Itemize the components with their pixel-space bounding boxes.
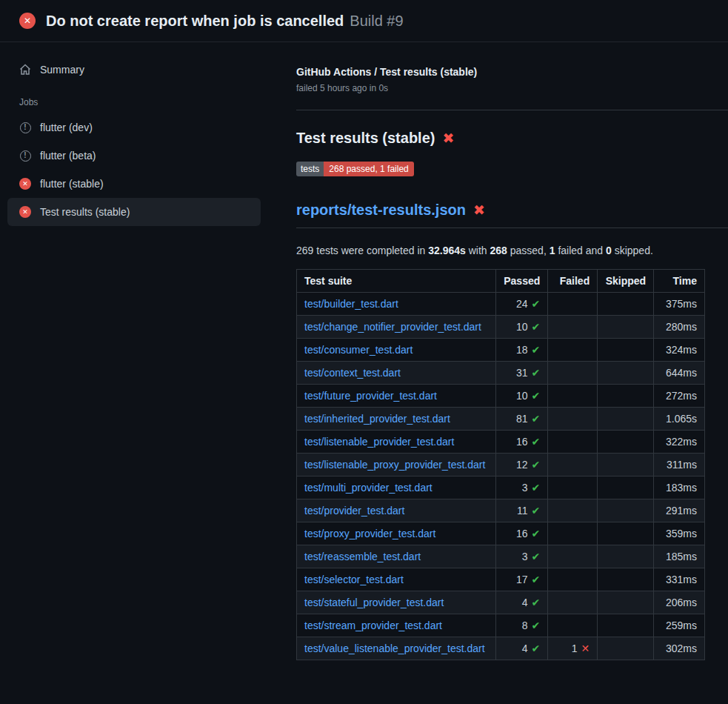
summary-failed-count: 1 [550, 245, 555, 256]
passed-cell: 81✔ [496, 408, 548, 431]
time-value: 280ms [666, 321, 697, 333]
sidebar-item-label: flutter (stable) [40, 178, 104, 190]
passed-value: 4 [522, 642, 528, 654]
time-cell: 272ms [654, 385, 705, 408]
suite-link[interactable]: test/builder_test.dart [304, 298, 398, 310]
col-header-skipped: Skipped [598, 270, 654, 293]
summary-duration: 32.964s [428, 245, 466, 256]
badge-label: tests [296, 162, 324, 176]
sidebar-item-flutter-beta[interactable]: ! flutter (beta) [7, 142, 261, 170]
suite-link[interactable]: test/inherited_provider_test.dart [304, 413, 450, 425]
table-row: test/future_provider_test.dart 10✔ 272ms [297, 385, 705, 408]
suite-link[interactable]: test/future_provider_test.dart [304, 390, 437, 402]
build-header: ✕ Do not create report when job is cance… [0, 0, 728, 42]
section-heading-text: Test results (stable) [296, 130, 435, 147]
passed-value: 8 [522, 620, 528, 631]
passed-cell: 18✔ [496, 339, 548, 362]
skipped-cell [598, 476, 654, 499]
suite-link[interactable]: test/context_test.dart [304, 367, 401, 379]
suite-cell: test/stream_provider_test.dart [297, 614, 496, 637]
divider [296, 110, 728, 110]
time-value: 375ms [666, 298, 697, 310]
sidebar-item-test-results-stable[interactable]: ✕ Test results (stable) [7, 198, 261, 226]
time-cell: 375ms [654, 293, 705, 316]
suite-link[interactable]: test/listenable_proxy_provider_test.dart [304, 459, 485, 471]
passed-cell: 4✔ [496, 591, 548, 614]
time-cell: 280ms [654, 316, 705, 339]
suite-cell: test/builder_test.dart [297, 293, 496, 316]
table-row: test/context_test.dart 31✔ 644ms [297, 362, 705, 385]
suite-link[interactable]: test/proxy_provider_test.dart [304, 528, 435, 539]
results-table: Test suite Passed Failed Skipped Time te… [296, 269, 705, 660]
suite-link[interactable]: test/change_notifier_provider_test.dart [304, 321, 481, 333]
sidebar-item-label: Summary [40, 64, 84, 76]
passed-cell: 24✔ [496, 293, 548, 316]
skipped-cell [598, 431, 654, 454]
skipped-cell [598, 454, 654, 476]
skipped-cell [598, 499, 654, 522]
passed-cell: 16✔ [496, 431, 548, 454]
sidebar-item-flutter-dev[interactable]: ! flutter (dev) [7, 113, 261, 142]
passed-value: 18 [516, 344, 528, 356]
suite-cell: test/listenable_provider_test.dart [297, 431, 496, 454]
failed-cell [548, 476, 598, 499]
passed-cell: 4✔ [496, 637, 548, 660]
suite-link[interactable]: test/selector_test.dart [304, 574, 404, 585]
suite-link[interactable]: test/listenable_provider_test.dart [304, 436, 454, 448]
suite-cell: test/multi_provider_test.dart [297, 476, 496, 499]
col-header-failed: Failed [548, 270, 598, 293]
suite-link[interactable]: test/multi_provider_test.dart [304, 482, 433, 494]
table-row: test/listenable_provider_test.dart 16✔ 3… [297, 431, 705, 454]
time-cell: 302ms [654, 637, 705, 660]
failed-cell [548, 499, 598, 522]
skipped-cell [598, 339, 654, 362]
time-cell: 183ms [654, 476, 705, 499]
run-status-text: failed 5 hours ago in 0s [296, 83, 705, 93]
table-row: test/value_listenable_provider_test.dart… [297, 637, 705, 660]
time-value: 1.065s [666, 413, 697, 425]
table-row: test/inherited_provider_test.dart 81✔ 1.… [297, 408, 705, 431]
suite-link[interactable]: test/reassemble_test.dart [304, 551, 421, 562]
time-cell: 1.065s [654, 408, 705, 431]
suite-link[interactable]: test/consumer_test.dart [304, 344, 413, 356]
pass-check-icon: ✔ [532, 505, 541, 517]
suite-link[interactable]: test/value_listenable_provider_test.dart [304, 642, 485, 654]
table-row: test/consumer_test.dart 18✔ 324ms [297, 339, 705, 362]
failed-status-icon: ✕ [19, 178, 31, 190]
main-content: GitHub Actions / Test results (stable) f… [296, 42, 728, 660]
skipped-cell [598, 362, 654, 385]
sidebar-item-flutter-stable[interactable]: ✕ flutter (stable) [7, 170, 261, 198]
suite-link[interactable]: test/stateful_provider_test.dart [304, 597, 444, 608]
badge-value: 268 passed, 1 failed [324, 162, 413, 176]
build-title: Do not create report when job is cancell… [46, 13, 344, 30]
failed-cell [548, 614, 598, 637]
passed-cell: 17✔ [496, 568, 548, 591]
passed-cell: 3✔ [496, 476, 548, 499]
time-cell: 644ms [654, 362, 705, 385]
time-value: 359ms [666, 528, 697, 539]
passed-value: 31 [516, 367, 528, 379]
breadcrumb: GitHub Actions / Test results (stable) [296, 66, 705, 78]
failed-cell [548, 591, 598, 614]
suite-cell: test/change_notifier_provider_test.dart [297, 316, 496, 339]
sidebar: Summary Jobs ! flutter (dev) ! flutter (… [0, 42, 296, 226]
failed-status-icon: ✕ [19, 206, 31, 218]
suite-link[interactable]: test/provider_test.dart [304, 505, 404, 517]
passed-value: 16 [516, 528, 528, 539]
pass-check-icon: ✔ [532, 528, 541, 539]
passed-value: 11 [517, 505, 528, 517]
passed-cell: 10✔ [496, 385, 548, 408]
build-failed-status-icon: ✕ [19, 13, 36, 29]
suite-link[interactable]: test/stream_provider_test.dart [304, 620, 442, 631]
report-file-link[interactable]: reports/test-results.json [296, 202, 466, 219]
time-value: 322ms [666, 436, 697, 448]
suite-cell: test/value_listenable_provider_test.dart [297, 637, 496, 660]
col-header-test-suite: Test suite [297, 270, 496, 293]
home-icon [19, 64, 31, 76]
failed-cell [548, 408, 598, 431]
sidebar-item-summary[interactable]: Summary [7, 56, 261, 84]
pass-check-icon: ✔ [532, 551, 541, 562]
failed-cell [548, 293, 598, 316]
time-cell: 331ms [654, 568, 705, 591]
pass-check-icon: ✔ [532, 620, 541, 631]
